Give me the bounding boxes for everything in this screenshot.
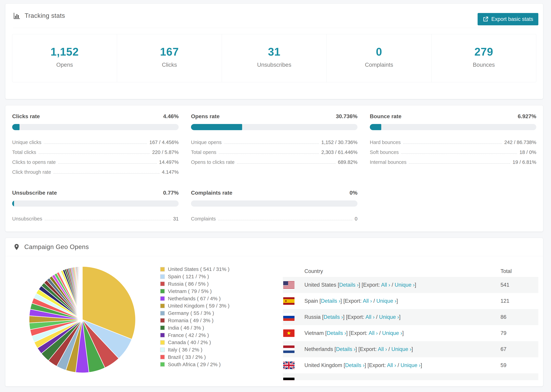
rate-detail-row: Opens to clicks rate689.82%: [191, 156, 357, 166]
legend-item[interactable]: Russia ( 86 / 5% ): [160, 280, 229, 288]
details-link[interactable]: Details ›: [336, 346, 355, 352]
rate-detail-label: Unique opens: [191, 140, 222, 146]
us-flag-icon: [283, 281, 295, 289]
rate-value: 30.736%: [336, 113, 357, 119]
geo-legend: United States ( 541 / 31% )Spain ( 121 /…: [160, 266, 229, 368]
rate-detail-value: 31: [173, 216, 179, 222]
legend-item[interactable]: South Africa ( 29 / 2% ): [160, 361, 229, 368]
rate-value: 6.927%: [518, 113, 536, 119]
rate-detail-label: Opens to clicks rate: [191, 159, 235, 166]
legend-item[interactable]: United Kingdom ( 59 / 3% ): [160, 302, 229, 309]
geo-table-row: Vietnam [Details ›] [Export: All › / Uni…: [283, 325, 538, 341]
country-cell: United Kingdom [Details ›] [Export: All …: [304, 362, 422, 368]
stat-value: 167: [160, 45, 179, 58]
legend-item[interactable]: India ( 46 / 3% ): [160, 324, 229, 331]
rate-value: 4.46%: [163, 113, 179, 119]
rate-detail-label: Clicks to opens rate: [12, 159, 56, 166]
dotted-leader: [218, 220, 352, 220]
legend-swatch: [160, 289, 165, 294]
legend-swatch: [160, 311, 165, 315]
gb-flag-icon: [283, 362, 295, 369]
rate-detail-label: Total opens: [191, 149, 216, 156]
bottom-mask: [5, 380, 543, 386]
rate-title: Complaints rate: [191, 190, 232, 196]
legend-swatch: [160, 281, 165, 286]
export-unique-link[interactable]: Unique ›: [376, 298, 396, 304]
details-link[interactable]: Details ›: [339, 282, 359, 288]
rate-detail-row: Unique opens1,152 / 30.736%: [191, 136, 357, 146]
legend-label: Vietnam ( 79 / 5% ): [168, 288, 212, 294]
column-total: Total: [501, 268, 512, 274]
legend-item[interactable]: Romania ( 49 / 3% ): [160, 317, 229, 324]
legend-item[interactable]: France ( 42 / 2% ): [160, 331, 229, 339]
country-cell: Vietnam [Details ›] [Export: All › / Uni…: [304, 330, 404, 336]
stat-label: Clicks: [162, 62, 177, 68]
legend-item[interactable]: Germany ( 55 / 3% ): [160, 309, 229, 317]
export-all-link[interactable]: All ›: [369, 330, 378, 336]
legend-swatch: [160, 355, 165, 359]
legend-item[interactable]: Vietnam ( 79 / 5% ): [160, 287, 229, 295]
export-all-link[interactable]: All ›: [378, 346, 387, 352]
export-all-link[interactable]: All ›: [381, 282, 390, 288]
rate-detail-label: Soft bounces: [370, 149, 399, 156]
export-all-link[interactable]: All ›: [387, 362, 396, 368]
rate-value: 0%: [350, 190, 357, 196]
rate-detail-value: 167 / 4.456%: [149, 140, 179, 146]
legend-label: Brazil ( 33 / 2% ): [168, 354, 206, 360]
export-all-link[interactable]: All ›: [363, 298, 372, 304]
legend-label: Russia ( 86 / 5% ): [168, 281, 209, 287]
details-link[interactable]: Details ›: [327, 330, 346, 336]
export-all-link[interactable]: All ›: [366, 314, 374, 320]
stat-value: 31: [268, 45, 281, 58]
export-unique-link[interactable]: Unique ›: [379, 314, 399, 320]
total-cell: 541: [501, 282, 509, 288]
legend-swatch: [160, 362, 165, 367]
rate-detail-row: Clicks to opens rate14.497%: [12, 156, 179, 166]
rate-title: Opens rate: [191, 113, 219, 119]
rate-detail-row: Unique clicks167 / 4.456%: [12, 136, 179, 146]
export-unique-link[interactable]: Unique ›: [391, 346, 411, 352]
export-unique-link[interactable]: Unique ›: [395, 282, 415, 288]
stat-label: Opens: [56, 62, 73, 68]
total-cell: 86: [501, 314, 506, 320]
stat-label: Unsubscribes: [257, 62, 291, 68]
stat-opens: 1,152 Opens: [12, 34, 117, 82]
export-basic-stats-button[interactable]: Export basic stats: [478, 13, 538, 25]
rate-detail-row: Total opens2,303 / 61.446%: [191, 146, 357, 156]
geo-table-header: Country Total: [283, 266, 538, 277]
country-cell: United States [Details ›] [Export: All ›…: [304, 282, 416, 288]
legend-item[interactable]: Netherlands ( 67 / 4% ): [160, 295, 229, 302]
rate-detail-value: 18 / 0%: [520, 149, 536, 156]
geo-table-row: Russia [Details ›] [Export: All › / Uniq…: [283, 309, 538, 325]
map-pin-icon: [13, 243, 20, 251]
details-link[interactable]: Details ›: [345, 362, 365, 368]
geo-pie-chart[interactable]: [28, 265, 137, 374]
stat-clicks: 167 Clicks: [117, 34, 222, 82]
country-cell: Russia [Details ›] [Export: All › / Uniq…: [304, 314, 401, 320]
rate-detail-row: Soft bounces18 / 0%: [370, 146, 536, 156]
stat-value: 279: [474, 45, 493, 58]
dotted-leader: [44, 143, 147, 144]
geo-table-row: United Kingdom [Details ›] [Export: All …: [283, 357, 538, 373]
legend-label: Germany ( 55 / 3% ): [168, 310, 214, 316]
dotted-leader: [403, 143, 502, 144]
export-icon: [483, 16, 488, 22]
geo-header: Campaign Geo Opens: [5, 238, 543, 256]
geo-table-row: Netherlands [Details ›] [Export: All › /…: [283, 341, 538, 357]
legend-item[interactable]: Italy ( 36 / 2% ): [160, 346, 229, 354]
dotted-leader: [45, 220, 171, 220]
opens-rate-block: Opens rate 30.736% Unique opens1,152 / 3…: [191, 113, 357, 176]
legend-item[interactable]: Canada ( 40 / 2% ): [160, 339, 229, 346]
export-unique-link[interactable]: Unique ›: [401, 362, 421, 368]
legend-item[interactable]: Spain ( 121 / 7% ): [160, 273, 229, 280]
rate-detail-label: Total clicks: [12, 149, 36, 156]
legend-item[interactable]: Brazil ( 33 / 2% ): [160, 354, 229, 361]
opens-rate-bar: [191, 124, 357, 130]
export-unique-link[interactable]: Unique ›: [382, 330, 402, 336]
rate-detail-value: 19 / 6.81%: [513, 159, 536, 166]
total-cell: 121: [501, 298, 509, 304]
details-link[interactable]: Details ›: [324, 314, 343, 320]
total-cell: 67: [501, 346, 506, 352]
legend-item[interactable]: United States ( 541 / 31% ): [160, 266, 229, 273]
details-link[interactable]: Details ›: [321, 298, 340, 304]
